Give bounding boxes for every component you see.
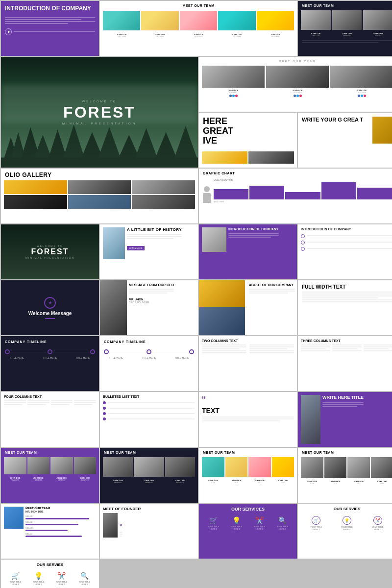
- sv1-lbl-2: YOUR TITLEHERE 2: [341, 526, 353, 531]
- welcome-content: ★ Welcome Message: [1, 280, 99, 335]
- slide-text[interactable]: " Text: [199, 392, 297, 447]
- intro3-item-2: [301, 241, 392, 245]
- icon-row: [1, 28, 99, 35]
- history-text: A LITTLE BIT OF HISTORY LEARN MORE: [127, 227, 182, 259]
- slide-meet-team-dark[interactable]: MEET OUR TEAM JOHN DOEDIRECTOR JOHN DOEM…: [298, 1, 392, 56]
- slide-forest-small[interactable]: WELCOME TO FOREST MINIMAL PRESENTATION: [1, 224, 99, 279]
- slide-intro-company-2[interactable]: INTRODUCTION OF COMPANY: [199, 224, 297, 279]
- slide-meet-founder[interactable]: MEET OF FOUNDER ": [100, 504, 198, 559]
- intro3-items: [301, 234, 392, 251]
- founder-body: ": [103, 513, 195, 538]
- member-1-role: TITLE HERE: [103, 36, 140, 38]
- ceo-title: MESSAGE FROM OUR CEO: [129, 283, 174, 287]
- ceo-content: MESSAGE FROM OUR CEO MR. JHON CEO & FOUN…: [100, 280, 198, 335]
- ceo-text: MESSAGE FROM OUR CEO MR. JHON CEO & FOUN…: [129, 280, 177, 335]
- cm-1: JOHN DOETITLE: [202, 479, 224, 484]
- play-icon: [5, 28, 12, 35]
- chart-content: USER ANALYSIS MEN USER: [199, 176, 392, 205]
- slide-intro-company[interactable]: INTRODUCTION OF COMPANY: [1, 1, 99, 56]
- scissors-icon: ✂️: [254, 516, 266, 524]
- dark-team-names: JOHN DOEDIRECTOR JOHN DOEMANAGER JOHN DO…: [298, 32, 392, 37]
- write-here-title: WRITE HERE TITLE: [322, 395, 364, 400]
- photo-3: [180, 11, 217, 30]
- ig-icon: [235, 95, 238, 97]
- bw-member-3: JOHN DOE TITLE HERE: [330, 89, 392, 97]
- d2-photo-1: [103, 457, 133, 477]
- slide-graphic-chart[interactable]: GRAPHIC CHART USER ANALYSIS: [199, 169, 392, 223]
- svc-icons-row: 🛒 YOUR TITLEHERE 1 💡 YOUR TITLEHERE 2 ✂️…: [202, 514, 294, 532]
- main-wrapper: INTRODUCTION OF COMPANY MEET OUR TEAM: [0, 0, 392, 588]
- slide-write-here[interactable]: WRITE HERE TITLE: [298, 392, 392, 447]
- slide-timeline-2[interactable]: COMPANY TIMELINE TITLE HERE TITLE HERE T…: [100, 336, 198, 391]
- bullet-dot-1: [103, 401, 106, 404]
- founder-quote: ": [120, 524, 122, 532]
- skill-2: SKILL 2: [25, 521, 96, 525]
- slide-forest-hero[interactable]: WELCOME TO FOREST MINIMAL PRESENTATION: [1, 57, 198, 168]
- bw-team-names: JOHN DOE TITLE HERE JOHN DOE TITLE HERE: [199, 89, 392, 97]
- check-circle-2: [301, 241, 305, 245]
- col4-1: [4, 400, 26, 406]
- text-slide-title: Text: [202, 407, 294, 415]
- slide-meet-team-dark2[interactable]: MEET OUR TEAM JOHN DOEMANAGER JOHN DOEMA…: [100, 448, 198, 503]
- intro3-content: INTRODUCTION OF COMPANY: [298, 224, 392, 279]
- four-col-body: [4, 400, 96, 406]
- sv1-circle-2: 💡: [343, 516, 351, 525]
- bw2-m2: JOHN DOETITLE: [324, 480, 347, 485]
- slide-meet-team-bw2[interactable]: MEET OUR TEAM JOHN DOETITLE JOHN DOETITL…: [298, 448, 392, 503]
- slide-meet-team-skills[interactable]: MeeT our Team MR. JHON DOE SKILL 1 SKILL…: [1, 504, 99, 559]
- d2-photo-3: [165, 457, 195, 477]
- slide-three-columns[interactable]: THREE COLUMNS TEXT: [298, 336, 392, 391]
- sv2-icon-2: 💡 YOUR TITLEHERE 2: [33, 572, 45, 586]
- three-col-content: THREE COLUMNS TEXT: [298, 336, 392, 355]
- forest-small-content: WELCOME TO FOREST MINIMAL PRESENTATION: [1, 224, 99, 279]
- slide-two-columns[interactable]: TWO COLUMNS TEXT: [199, 336, 297, 391]
- slide-meet-team-bw[interactable]: MEET OUR TEAM JOHN DOE TITLE HERE: [199, 57, 392, 112]
- ceo-name-block: MR. JHON CEO & FOUNDER: [129, 298, 174, 304]
- slide-our-servies-2[interactable]: OUR SERVIES 🛒 YOUR TITLEHERE 1 💡 YOUR TI…: [1, 560, 99, 588]
- dark-member-2: JOHN DOEMANAGER: [332, 32, 362, 37]
- fb-icon-3: [358, 95, 360, 97]
- svc-icon-3: ✂️ YOUR TITLEHERE 3: [254, 516, 266, 530]
- meet-color-title: MEET OUR TEAM: [199, 448, 297, 456]
- bullet-dot-2: [103, 407, 106, 410]
- slide-our-servies-1[interactable]: OUR SERVIES 🛒 YOUR TITLEHERE 1 💡 YOUR TI…: [298, 504, 392, 559]
- dark2-names: JOHN DOEMANAGER JOHN DOEMANAGER JOHN DOE…: [100, 478, 198, 485]
- slide-our-services-purple[interactable]: OUR SERVICES 🛒 YOUR TITLEHERE 1 💡 YOUR T…: [199, 504, 297, 559]
- learn-more-btn[interactable]: LEARN MORE: [127, 246, 145, 250]
- slide-portfolio-gallery[interactable]: OLIO GALLERY: [1, 169, 198, 223]
- slide-four-columns[interactable]: FOUR COLUMNS TEXT: [1, 392, 99, 447]
- check-circle-3: [301, 247, 305, 251]
- skills-photo: [4, 507, 24, 556]
- meet-bw2-title: MEET OUR TEAM: [298, 448, 392, 456]
- slide-full-width-text[interactable]: FULL WIDTH TEXT: [298, 280, 392, 335]
- slide-meet-team-purple[interactable]: MEET OUR TEAM JOHN DOEMANAGER JOHN DOEMA…: [1, 448, 99, 503]
- city-img: [199, 307, 245, 335]
- slide-timeline-1[interactable]: COMPANY TIMELINE TITLE HERE TITLE HERE T…: [1, 336, 99, 391]
- search-icon: 🔍: [277, 516, 289, 524]
- slide-write-your[interactable]: WRITE YOUR G CREA T: [298, 113, 392, 168]
- gallery-cell-6: [132, 195, 195, 209]
- welcome-divider: [45, 318, 55, 319]
- member-1: JOHN DOETITLE HERE: [103, 33, 140, 38]
- slide-ceo-message[interactable]: MESSAGE FROM OUR CEO MR. JHON CEO & FOUN…: [100, 280, 198, 335]
- slide-intro-company-3[interactable]: INTRODUCTION OF COMPANY: [298, 224, 392, 279]
- slide-here-great-ive[interactable]: HEREGREATIVE: [199, 113, 297, 168]
- intro2-content: INTRODUCTION OF COMPANY: [199, 224, 297, 279]
- about-content: ABOUT OF OUR COMPANY: [199, 280, 297, 335]
- gallery-img-1: [202, 151, 247, 164]
- head-circle: [204, 186, 210, 192]
- slide-meet-team-color[interactable]: MEET OUR TEAM JOHN DOETITLE JOHN DOETITL…: [199, 448, 297, 503]
- body-rect: [203, 193, 211, 203]
- two-col-title: TWO COLUMNS TEXT: [202, 339, 294, 343]
- tl1-line-2: [53, 352, 89, 352]
- slide-about-company[interactable]: ABOUT OF OUR COMPANY: [199, 280, 297, 335]
- star-icon: ★: [48, 300, 52, 305]
- slide-history[interactable]: A LITTLE BIT OF HISTORY LEARN MORE: [100, 224, 198, 279]
- slide-bulleted-list[interactable]: BULLETED LIST TEXT: [100, 392, 198, 447]
- gallery-cell-4: [4, 195, 67, 209]
- slide-meet-team-white[interactable]: MEET OUR TEAM JOHN DOETITLE HERE JOHN DO…: [100, 1, 297, 56]
- slide-welcome-message[interactable]: ★ Welcome Message: [1, 280, 99, 335]
- tl1-label-1: TITLE HERE: [5, 356, 29, 359]
- intro3-item-1: [301, 234, 392, 238]
- founder-title: MEET OF FOUNDER: [103, 507, 195, 511]
